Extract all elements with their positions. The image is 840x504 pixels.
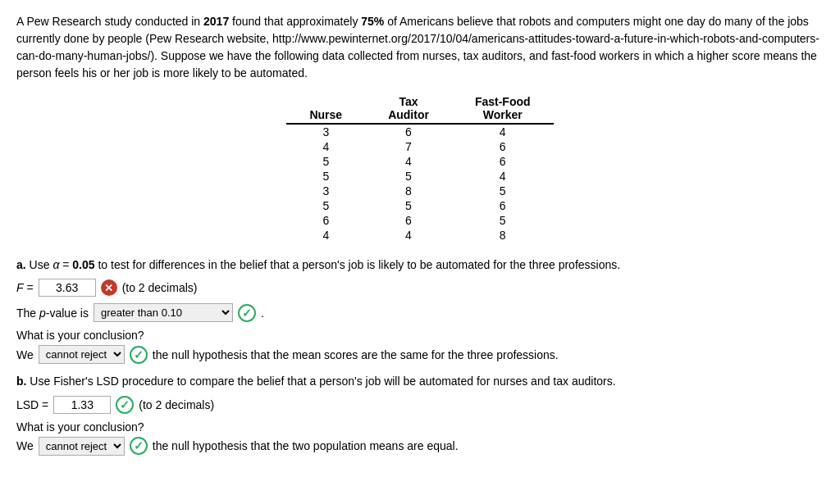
table-cell: 6: [452, 198, 554, 213]
table-cell: 3: [286, 184, 365, 198]
part-a-conclusion-question: What is your conclusion?: [16, 329, 824, 342]
pvalue-select[interactable]: less than 0.01 between 0.01 and 0.025 be…: [94, 303, 233, 322]
part-a-we-select[interactable]: reject cannot reject: [39, 345, 125, 364]
table-cell: 3: [286, 124, 365, 139]
table-cell: 6: [452, 154, 554, 169]
f-input[interactable]: [39, 279, 96, 297]
f-label: F =: [16, 281, 34, 294]
table-cell: 6: [286, 213, 365, 228]
data-table: Tax Fast-Food Nurse Auditor Worker 36447…: [286, 93, 553, 243]
table-cell: 7: [365, 139, 452, 154]
f-note: (to 2 decimals): [122, 281, 198, 294]
part-b-we-select[interactable]: reject cannot reject: [39, 437, 125, 456]
part-b-we-label: We: [16, 439, 34, 452]
part-a-we-correct-icon: ✓: [130, 346, 148, 364]
col-header-nurse: Nurse: [286, 108, 365, 124]
part-a-we-label: We: [16, 348, 34, 361]
part-a-conclusion-text: the null hypothesis that the mean scores…: [153, 348, 559, 361]
part-a-label: a.: [16, 258, 26, 271]
pvalue-label: The p-value is: [16, 306, 89, 320]
pct-highlight: 75%: [361, 15, 384, 28]
part-a-we-row: We reject cannot reject ✓ the null hypot…: [16, 345, 824, 364]
table-cell: 5: [286, 198, 365, 213]
table-cell: 5: [286, 154, 365, 169]
table-cell: 4: [365, 228, 452, 243]
table-cell: 4: [452, 169, 554, 184]
table-cell: 6: [365, 124, 452, 139]
part-a-question: a. Use α = 0.05 to test for differences …: [16, 256, 824, 274]
part-b-conclusion-text: the null hypothesis that the two populat…: [153, 439, 459, 452]
pvalue-correct-icon: ✓: [238, 304, 256, 322]
col-header-auditor: Auditor: [365, 108, 452, 124]
lsd-correct-icon: ✓: [116, 396, 134, 414]
table-cell: 5: [452, 213, 554, 228]
part-b-conclusion-question: What is your conclusion?: [16, 420, 824, 434]
table-cell: 5: [365, 169, 452, 184]
data-table-wrapper: Tax Fast-Food Nurse Auditor Worker 36447…: [16, 93, 824, 243]
part-b-question: b. Use Fisher's LSD procedure to compare…: [16, 372, 824, 390]
table-cell: 4: [365, 154, 452, 169]
table-cell: 4: [286, 139, 365, 154]
col-header-tax-top: Tax: [365, 93, 452, 108]
table-cell: 5: [286, 169, 365, 184]
col-header-ff-top: Fast-Food: [452, 93, 554, 108]
pvalue-period: .: [261, 306, 264, 320]
col-header-worker: Worker: [452, 108, 554, 124]
pvalue-row: The p-value is less than 0.01 between 0.…: [16, 303, 824, 322]
part-b-we-row: We reject cannot reject ✓ the null hypot…: [16, 437, 824, 456]
lsd-label: LSD =: [16, 398, 48, 411]
table-cell: 8: [452, 228, 554, 243]
table-cell: 6: [365, 213, 452, 228]
intro-paragraph: A Pew Research study conducted in 2017 f…: [16, 13, 820, 82]
col-header-nurse-top: [286, 93, 365, 108]
table-cell: 5: [452, 184, 554, 198]
table-cell: 4: [286, 228, 365, 243]
part-b-label: b.: [16, 375, 26, 388]
lsd-note: (to 2 decimals): [139, 398, 214, 411]
year-highlight: 2017: [203, 15, 229, 28]
table-cell: 6: [452, 139, 554, 154]
lsd-input[interactable]: [53, 396, 111, 414]
table-cell: 8: [365, 184, 452, 198]
part-b-we-correct-icon: ✓: [130, 437, 148, 455]
table-cell: 4: [452, 124, 554, 139]
lsd-value-row: LSD = ✓ (to 2 decimals): [16, 396, 824, 414]
f-incorrect-icon[interactable]: ✕: [101, 279, 117, 296]
f-value-row: F = ✕ (to 2 decimals): [16, 279, 824, 297]
table-cell: 5: [365, 198, 452, 213]
